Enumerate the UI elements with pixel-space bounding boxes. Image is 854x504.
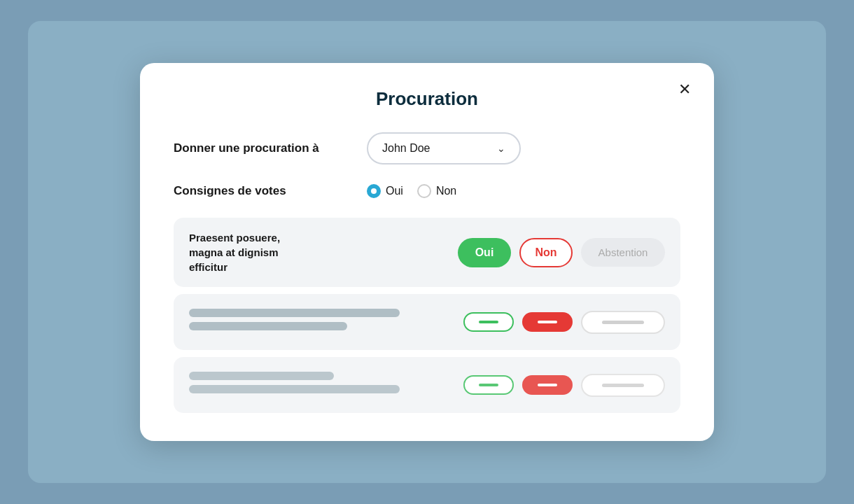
close-button[interactable]: ✕ [672,77,697,102]
placeholder-bar [189,385,400,393]
consignes-label: Consignes de votes [174,184,356,198]
vote-non-button-2[interactable] [522,312,573,332]
vote-item-1: Praesent posuere,magna at dignismefficit… [174,218,680,287]
vote-buttons-3 [463,374,665,397]
radio-oui-label: Oui [386,185,403,197]
vote-non-button-3[interactable] [522,375,573,395]
vote-oui-button-1[interactable]: Oui [458,238,511,267]
vote-list: Praesent posuere,magna at dignismefficit… [174,218,680,413]
radio-non[interactable]: Non [417,184,456,198]
vote-abstention-button-2[interactable] [581,311,665,334]
dash-icon [538,321,557,323]
consignes-row: Consignes de votes Oui Non [174,184,680,198]
modal-dialog: ✕ Procuration Donner une procuration à J… [140,63,714,441]
placeholder-bar [189,372,334,380]
placeholder-bar [189,309,400,317]
vote-buttons-2 [463,311,665,334]
abstention-line [602,321,644,324]
person-dropdown[interactable]: John Doe ⌄ [367,132,521,164]
vote-item-3 [174,357,680,413]
vote-abstention-button-1[interactable]: Abstention [581,238,665,267]
screen-background: ✕ Procuration Donner une procuration à J… [28,21,826,483]
radio-oui[interactable]: Oui [367,184,403,198]
dash-icon [479,321,498,323]
vote-item-1-text: Praesent posuere,magna at dignismefficit… [189,230,447,274]
selected-person: John Doe [382,142,430,155]
dash-icon [538,384,557,386]
modal-title: Procuration [174,88,680,110]
vote-item-3-placeholder [189,372,452,398]
vote-oui-button-2[interactable] [463,312,514,332]
abstention-line [602,384,644,387]
vote-non-button-1[interactable]: Non [519,238,573,267]
vote-abstention-button-3[interactable] [581,374,665,397]
chevron-down-icon: ⌄ [497,143,505,154]
procuration-row: Donner une procuration à John Doe ⌄ [174,132,680,164]
radio-oui-circle [367,184,381,198]
radio-non-circle [417,184,431,198]
radio-non-label: Non [436,185,456,197]
vote-item-2 [174,294,680,350]
vote-buttons-1: Oui Non Abstention [458,238,665,267]
dash-icon [479,384,498,386]
placeholder-bar [189,322,347,330]
vote-item-2-placeholder [189,309,452,335]
consignes-radio-group: Oui Non [367,184,456,198]
procuration-label: Donner une procuration à [174,141,356,155]
vote-oui-button-3[interactable] [463,375,514,395]
